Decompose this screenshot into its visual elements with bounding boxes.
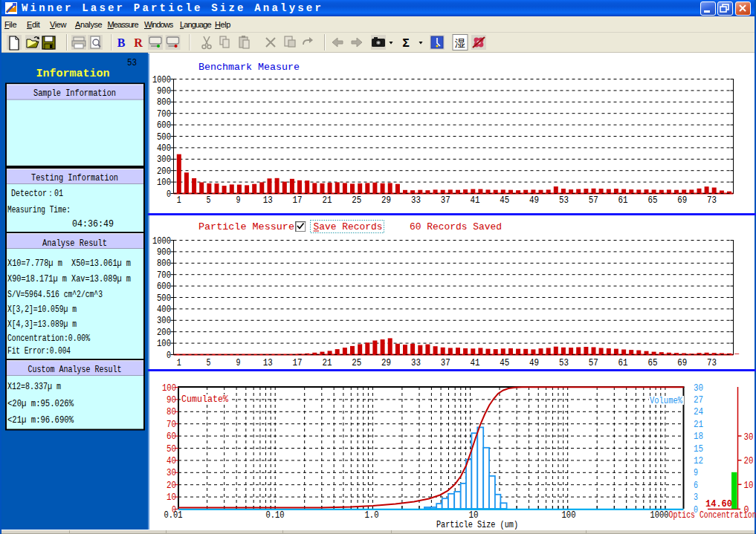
svg-text:X[4,3]=13.089µ m: X[4,3]=13.089µ m xyxy=(7,319,77,330)
svg-text:21: 21 xyxy=(322,195,332,206)
svg-text:37: 37 xyxy=(441,357,450,368)
svg-text:Fit Error:0.004: Fit Error:0.004 xyxy=(7,345,71,356)
svg-text:0.10: 0.10 xyxy=(266,509,285,521)
svg-text:Measuring Time:: Measuring Time: xyxy=(7,204,71,215)
svg-text:18: 18 xyxy=(694,431,703,442)
svg-text:Volume%: Volume% xyxy=(650,395,682,406)
svg-text:90: 90 xyxy=(167,394,176,406)
svg-text:500: 500 xyxy=(157,293,171,304)
svg-text:41: 41 xyxy=(471,357,480,368)
svg-text:1: 1 xyxy=(177,357,181,368)
svg-text:30: 30 xyxy=(694,382,703,394)
svg-text:69: 69 xyxy=(677,195,687,206)
svg-text:湿: 湿 xyxy=(455,38,465,50)
svg-text:30: 30 xyxy=(167,467,176,478)
svg-text:14.60: 14.60 xyxy=(705,498,732,509)
svg-text:400: 400 xyxy=(157,304,171,315)
svg-text:Concentration:0.00%: Concentration:0.00% xyxy=(7,333,90,344)
svg-text:700: 700 xyxy=(157,270,171,281)
svg-text:Benchmark Measure: Benchmark Measure xyxy=(198,62,300,73)
svg-text:100: 100 xyxy=(562,509,576,521)
svg-text:Optics Concentration: Optics Concentration xyxy=(669,509,756,521)
svg-text:41: 41 xyxy=(471,195,480,206)
svg-text:45: 45 xyxy=(500,357,509,368)
svg-text:200: 200 xyxy=(157,327,171,338)
svg-text:49: 49 xyxy=(529,195,539,206)
svg-text:73: 73 xyxy=(707,195,717,206)
svg-text:500: 500 xyxy=(157,131,171,143)
svg-text:400: 400 xyxy=(157,143,171,154)
svg-text:X[3,2]=10.059µ m: X[3,2]=10.059µ m xyxy=(7,304,77,315)
svg-text:50: 50 xyxy=(167,443,176,455)
svg-text:10: 10 xyxy=(167,492,176,503)
svg-text:24: 24 xyxy=(694,406,703,417)
svg-text:600: 600 xyxy=(157,281,171,292)
svg-text:9: 9 xyxy=(236,195,240,206)
svg-text:<20µ m:95.026%: <20µ m:95.026% xyxy=(7,398,74,409)
svg-text:Σ: Σ xyxy=(402,37,410,51)
svg-text:53: 53 xyxy=(559,357,569,368)
svg-text:0: 0 xyxy=(744,504,749,515)
svg-text:53: 53 xyxy=(559,195,569,206)
svg-text:1000: 1000 xyxy=(650,509,669,521)
svg-text:80: 80 xyxy=(167,406,176,417)
svg-text:200: 200 xyxy=(157,166,171,177)
svg-text:15: 15 xyxy=(694,443,703,455)
svg-text:0: 0 xyxy=(167,350,171,361)
svg-text:61: 61 xyxy=(618,195,628,206)
svg-text:800: 800 xyxy=(157,258,171,269)
svg-text:900: 900 xyxy=(157,85,171,97)
svg-text:5: 5 xyxy=(207,357,211,368)
svg-text:X12=8.337µ m: X12=8.337µ m xyxy=(7,381,61,392)
svg-text:65: 65 xyxy=(647,357,657,368)
svg-text:0.01: 0.01 xyxy=(164,509,183,521)
svg-text:Detector：01: Detector：01 xyxy=(11,188,63,199)
svg-text:Information: Information xyxy=(36,68,110,80)
svg-text:17: 17 xyxy=(293,357,303,368)
svg-text:60: 60 xyxy=(167,431,176,442)
svg-text:17: 17 xyxy=(293,195,303,206)
svg-text:60 Records Saved: 60 Records Saved xyxy=(410,221,502,232)
svg-text:37: 37 xyxy=(441,195,450,206)
svg-text:X10=7.778µ m X50=13.061µ m: X10=7.778µ m X50=13.061µ m xyxy=(7,258,131,269)
svg-text:29: 29 xyxy=(381,357,391,368)
svg-text:20: 20 xyxy=(167,480,176,491)
svg-text:0: 0 xyxy=(167,189,171,200)
svg-text:13: 13 xyxy=(263,195,273,206)
svg-text:Cumulate%: Cumulate% xyxy=(181,394,228,405)
svg-text:Analyse Result: Analyse Result xyxy=(42,238,107,249)
svg-text:61: 61 xyxy=(618,357,628,368)
svg-text:49: 49 xyxy=(529,357,539,368)
svg-text:800: 800 xyxy=(157,97,171,108)
svg-text:3: 3 xyxy=(694,492,698,503)
svg-text:300: 300 xyxy=(157,154,171,165)
svg-text:1000: 1000 xyxy=(152,235,171,247)
svg-text:57: 57 xyxy=(589,195,598,206)
svg-text:700: 700 xyxy=(157,108,171,120)
svg-text:57: 57 xyxy=(589,357,598,368)
svg-text:600: 600 xyxy=(157,120,171,131)
svg-text:Save Records: Save Records xyxy=(314,221,383,232)
svg-text:B: B xyxy=(117,36,126,49)
svg-text:100: 100 xyxy=(157,338,171,349)
svg-text:73: 73 xyxy=(707,357,717,368)
svg-text:25: 25 xyxy=(352,357,361,368)
svg-text:21: 21 xyxy=(694,419,703,430)
svg-text:45: 45 xyxy=(500,195,509,206)
svg-text:R: R xyxy=(134,36,143,49)
svg-text:25: 25 xyxy=(352,195,361,206)
svg-text:21: 21 xyxy=(322,357,332,368)
svg-text:<21µ m:96.690%: <21µ m:96.690% xyxy=(7,414,74,426)
svg-text:29: 29 xyxy=(381,195,391,206)
svg-text:9: 9 xyxy=(694,467,698,478)
svg-text:12: 12 xyxy=(694,455,703,466)
svg-text:900: 900 xyxy=(157,247,171,258)
svg-text:53: 53 xyxy=(127,58,137,68)
svg-text:70: 70 xyxy=(167,419,176,430)
svg-text:100: 100 xyxy=(162,382,176,394)
svg-text:65: 65 xyxy=(647,195,657,206)
svg-text:9: 9 xyxy=(236,357,240,368)
svg-text:Testing Information: Testing Information xyxy=(31,172,118,183)
svg-text:30: 30 xyxy=(744,432,754,443)
svg-text:X90=18.171µ m Xav=13.089µ m: X90=18.171µ m Xav=13.089µ m xyxy=(7,273,131,284)
